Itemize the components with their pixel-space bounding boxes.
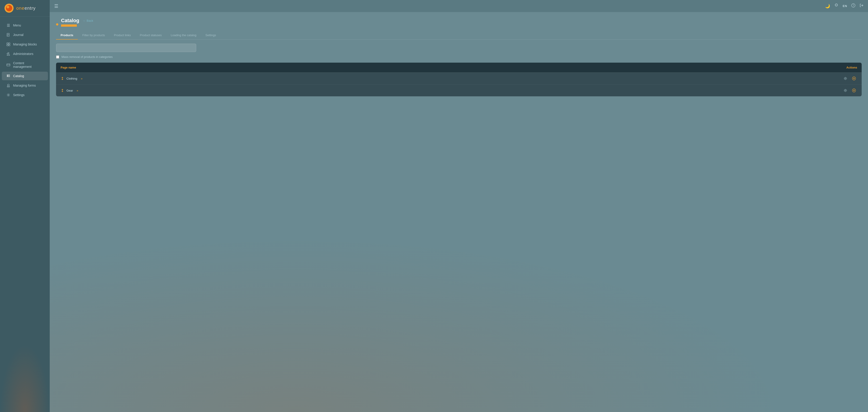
tab-settings[interactable]: Settings [201, 31, 221, 39]
administrators-icon [6, 52, 10, 56]
sidebar-item-menu[interactable]: ☰ Menu [2, 21, 48, 30]
svg-rect-14 [7, 64, 10, 66]
sidebar-nav: ☰ Menu Journal [0, 17, 50, 104]
page-title-wrapper: Catalog ← Back [61, 18, 93, 31]
help-icon[interactable]: ? [851, 3, 855, 8]
svg-rect-21 [7, 86, 9, 87]
settings-nav-icon [6, 93, 10, 97]
chevron-double-clothing[interactable]: » [81, 77, 83, 80]
journal-icon [6, 33, 10, 37]
gear-button-clothing[interactable] [842, 75, 848, 82]
moon-icon[interactable]: 🌙 [825, 4, 830, 8]
logo-text: oneentry [16, 6, 36, 11]
table-header-actions: Actions [846, 66, 857, 69]
tab-loading-the-catalog[interactable]: Loading the catalog [166, 31, 201, 39]
mass-removal-row: Mass removal of products in categories [56, 55, 862, 59]
svg-point-1 [6, 5, 12, 11]
sidebar-item-managing-forms-label: Managing forms [13, 84, 36, 87]
svg-text:?: ? [852, 4, 854, 7]
sidebar-item-journal[interactable]: Journal [2, 31, 48, 39]
mass-removal-label: Mass removal of products in categories [61, 55, 113, 59]
language-badge[interactable]: EN [843, 4, 847, 8]
logout-icon[interactable] [860, 3, 864, 8]
sidebar-item-catalog-label: Catalog [13, 74, 24, 78]
row-actions-clothing [842, 75, 857, 82]
svg-point-2 [6, 6, 9, 8]
svg-point-11 [8, 53, 9, 54]
svg-rect-8 [8, 43, 10, 44]
sidebar-item-journal-label: Journal [13, 33, 24, 37]
sort-icon-gear[interactable] [61, 89, 64, 92]
table-row[interactable]: Clothing » [56, 72, 862, 84]
tab-products[interactable]: Products [56, 31, 78, 39]
hamburger-icon[interactable]: ☰ [54, 3, 58, 9]
content-management-icon [6, 63, 10, 67]
sidebar-item-content-management[interactable]: Content management [2, 59, 48, 71]
search-input[interactable] [56, 43, 196, 52]
row-actions-gear [842, 87, 857, 94]
page-content-area: Catalog ← Back Products Filter by produc… [50, 12, 868, 412]
page-title: Catalog [61, 18, 79, 24]
sidebar-glow [0, 344, 50, 412]
row-left-clothing: Clothing » [61, 77, 83, 80]
sidebar-item-managing-blocks[interactable]: Managing blocks [2, 40, 48, 49]
svg-rect-10 [8, 45, 10, 46]
sidebar-item-settings-label: Settings [13, 93, 25, 97]
svg-point-20 [7, 84, 9, 86]
svg-point-22 [8, 94, 9, 96]
topbar: ☰ 🌙 EN ? [50, 0, 868, 12]
main-content: ☰ 🌙 EN ? [50, 0, 868, 412]
row-left-gear: Gear » [61, 89, 78, 92]
managing-blocks-icon [6, 42, 10, 46]
table-row[interactable]: Gear » [56, 84, 862, 96]
sidebar-item-managing-blocks-label: Managing blocks [13, 42, 37, 46]
back-link[interactable]: ← Back [83, 19, 93, 22]
sidebar-item-administrators[interactable]: Administrators [2, 50, 48, 58]
sidebar-item-menu-label: Menu [13, 24, 21, 27]
sidebar-item-catalog[interactable]: Catalog [2, 72, 48, 80]
menu-icon: ☰ [6, 23, 10, 27]
chevron-double-gear[interactable]: » [76, 89, 78, 92]
logo-icon [4, 3, 14, 13]
row-name-clothing: Clothing [66, 77, 77, 80]
logo-area[interactable]: oneentry [0, 0, 50, 17]
tab-filter-by-products[interactable]: Filter by products [78, 31, 110, 39]
page-dot [56, 23, 58, 26]
topbar-right: 🌙 EN ? [825, 3, 864, 9]
gear-button-gear[interactable] [842, 87, 848, 94]
table-header-page-name: Page name [61, 66, 76, 69]
svg-point-29 [845, 90, 846, 91]
page-header: Catalog ← Back [56, 18, 862, 31]
managing-forms-icon [6, 83, 10, 88]
tabs-bar: Products Filter by products Product link… [56, 31, 862, 39]
sidebar-item-managing-forms[interactable]: Managing forms [2, 81, 48, 90]
svg-rect-9 [7, 45, 8, 46]
tab-product-links[interactable]: Product links [110, 31, 135, 39]
page-title-underline [61, 24, 77, 27]
tab-product-statuses[interactable]: Product statuses [135, 31, 166, 39]
sidebar-item-settings[interactable]: Settings [2, 91, 48, 99]
sidebar: oneentry ☰ Menu Journal [0, 0, 50, 412]
svg-rect-7 [7, 43, 8, 44]
sort-icon-clothing[interactable] [61, 77, 64, 80]
mass-removal-checkbox[interactable] [56, 55, 59, 59]
plus-button-gear[interactable] [851, 87, 857, 94]
table-header: Page name Actions [56, 63, 862, 72]
plus-button-clothing[interactable] [851, 75, 857, 82]
topbar-left: ☰ [54, 3, 58, 9]
catalog-icon [6, 74, 10, 78]
row-name-gear: Gear [66, 89, 73, 92]
sidebar-item-content-management-label: Content management [13, 61, 43, 68]
sidebar-item-administrators-label: Administrators [13, 52, 33, 56]
svg-point-25 [845, 78, 846, 79]
catalog-table: Page name Actions Clothing » [56, 63, 862, 96]
puzzle-icon[interactable] [834, 3, 839, 9]
